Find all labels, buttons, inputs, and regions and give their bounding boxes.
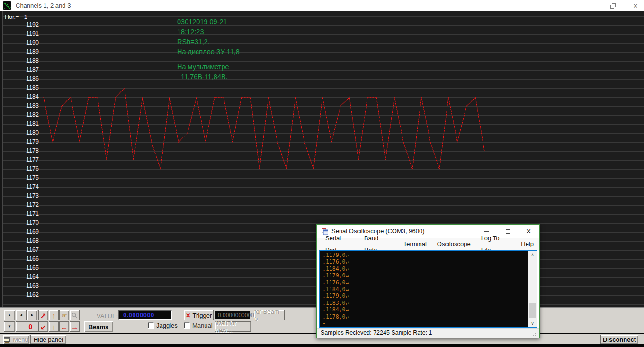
menu-button[interactable]: Menu bbox=[3, 335, 29, 344]
jaggies-checkbox[interactable] bbox=[148, 322, 154, 329]
scale-up-right-button[interactable]: ↗ bbox=[38, 310, 48, 320]
step-left-button[interactable]: ◄ bbox=[16, 310, 27, 320]
y-tick-label: 1179 bbox=[0, 138, 39, 146]
y-tick-label: 1173 bbox=[0, 192, 39, 200]
y-tick-label: 1190 bbox=[0, 39, 39, 47]
y-tick-label: 1167 bbox=[0, 247, 39, 254]
zoom-button[interactable] bbox=[70, 310, 80, 320]
minimize-button[interactable] bbox=[586, 0, 601, 11]
jaggies-label: Jaggies bbox=[156, 322, 178, 329]
scroll-down-button[interactable]: ∨ bbox=[528, 320, 537, 327]
y-tick-label: 1180 bbox=[0, 129, 39, 137]
hide-panel-button[interactable]: Hide panel bbox=[30, 335, 66, 344]
chevron-down-icon: ∨ bbox=[531, 321, 534, 326]
close-icon: ✕ bbox=[526, 228, 531, 235]
restore-button[interactable] bbox=[605, 0, 620, 11]
terminal-scrollbar[interactable]: ∧ ∨ bbox=[528, 251, 537, 327]
step-right-button[interactable]: ► bbox=[27, 310, 37, 320]
trigger-level-field[interactable]: 0.0000000000 bbox=[215, 311, 250, 319]
y-tick-label: 1162 bbox=[0, 292, 39, 299]
close-button[interactable]: ✕ bbox=[628, 0, 643, 11]
annotation-line: На мультиметре bbox=[177, 63, 240, 73]
terminal-line: .1179,0↵ bbox=[322, 292, 527, 299]
step-up-button[interactable]: ▲ bbox=[4, 310, 15, 320]
scrollbar-thumb[interactable] bbox=[529, 303, 536, 318]
minimize-icon bbox=[591, 6, 596, 6]
manual-label: Manual bbox=[192, 322, 213, 329]
for-beam-button[interactable]: for Beam 0 bbox=[254, 310, 285, 320]
value-label: VALUE: bbox=[97, 312, 118, 320]
y-tick-label: 1187 bbox=[0, 66, 39, 74]
annotation-line bbox=[177, 58, 240, 63]
scale-down-left-button[interactable]: ↙ bbox=[38, 321, 48, 332]
y-tick-label: 1181 bbox=[0, 120, 39, 128]
y-tick-label: 1183 bbox=[0, 102, 39, 110]
y-axis-labels: 1192119111901189118811871186118511841183… bbox=[0, 11, 39, 307]
y-tick-label: 1168 bbox=[0, 237, 39, 245]
right-arrow-icon: → bbox=[71, 323, 78, 330]
diagonal-up-arrow-icon: ↗ bbox=[40, 312, 46, 319]
annotation-line: На дисплее ЗУ 11,8 bbox=[177, 48, 240, 58]
pointer-mode-button[interactable]: ☞ bbox=[59, 310, 69, 320]
hand-pointer-icon: ☞ bbox=[62, 312, 67, 319]
magnifier-icon bbox=[72, 312, 78, 319]
y-tick-label: 1188 bbox=[0, 57, 39, 65]
up-arrow-icon: ↑ bbox=[52, 312, 56, 319]
y-tick-label: 1172 bbox=[0, 201, 39, 209]
scroll-up-button[interactable]: ∧ bbox=[528, 251, 537, 258]
trigger-label: Trigger bbox=[193, 312, 212, 319]
disconnect-button[interactable]: Disconnect bbox=[600, 335, 638, 344]
serial-menubar: Serial PortBaud RateTerminalOsciloscopeL… bbox=[317, 238, 539, 250]
resize-grip[interactable] bbox=[533, 331, 538, 337]
down-triangle-icon: ▼ bbox=[8, 325, 11, 329]
terminal-line: .1176,0↵ bbox=[322, 258, 527, 265]
manual-checkbox[interactable] bbox=[184, 322, 190, 329]
menu-label: Menu bbox=[13, 336, 28, 343]
terminal-line: .1184,0↵ bbox=[322, 306, 527, 313]
left-arrow-icon: ← bbox=[61, 323, 68, 330]
annotation-line: 18:12:23 bbox=[177, 28, 240, 38]
y-tick-label: 1169 bbox=[0, 228, 39, 236]
y-tick-label: 1189 bbox=[0, 48, 39, 56]
pan-left-button[interactable]: ← bbox=[59, 321, 69, 332]
menu-item-terminal[interactable]: Terminal bbox=[398, 238, 432, 250]
serial-close-button[interactable]: ✕ bbox=[518, 225, 539, 238]
y-tick-label: 1163 bbox=[0, 283, 39, 290]
terminal-line: .1179,0↵ bbox=[322, 252, 527, 258]
scale-up-button[interactable]: ↑ bbox=[49, 310, 59, 320]
main-window-title: Channels 1, 2 and 3 bbox=[16, 0, 71, 11]
close-icon: ✕ bbox=[633, 2, 638, 9]
menu-item-osciloscope[interactable]: Osciloscope bbox=[432, 238, 476, 250]
minimize-icon bbox=[484, 231, 489, 232]
right-triangle-icon: ► bbox=[30, 313, 34, 317]
y-tick-label: 1182 bbox=[0, 111, 39, 119]
terminal-output[interactable]: .1179,0↵.1176,0↵.1184,0↵.1179,0↵.1176,0↵… bbox=[319, 250, 537, 328]
desktop: Channels 1, 2 and 3 ✕ Hor.= 1 1192119111… bbox=[0, 0, 644, 347]
y-tick-label: 1166 bbox=[0, 256, 39, 263]
left-triangle-icon: ◄ bbox=[19, 313, 23, 317]
beams-button[interactable]: Beams bbox=[84, 321, 113, 332]
bottom-edge bbox=[0, 344, 644, 347]
annotation-line: 11,76В-11,84В. bbox=[177, 73, 240, 83]
y-tick-label: 1176 bbox=[0, 165, 39, 173]
annotation-line: RSh=31,2. bbox=[177, 38, 240, 48]
y-tick-label: 1164 bbox=[0, 274, 39, 281]
terminal-line: .1176,0↵ bbox=[322, 279, 527, 286]
chevron-up-icon: ∧ bbox=[531, 252, 534, 257]
scale-down-button[interactable]: ↓ bbox=[49, 321, 59, 332]
pan-right-button[interactable]: → bbox=[70, 321, 80, 332]
wait-for-next-button[interactable]: Wait for next... bbox=[215, 321, 251, 332]
y-tick-label: 1174 bbox=[0, 183, 39, 191]
terminal-line: .1184,0↵ bbox=[322, 265, 527, 272]
y-tick-label: 1171 bbox=[0, 210, 39, 218]
step-down-button[interactable]: ▼ bbox=[4, 321, 15, 332]
y-tick-label: 1170 bbox=[0, 219, 39, 227]
menu-item-help[interactable]: Help bbox=[516, 238, 539, 250]
serial-statusbar: Samples Recieved: 72245 Sample Rate: 1 bbox=[317, 328, 539, 338]
y-tick-label: 1185 bbox=[0, 84, 39, 92]
y-tick-label: 1178 bbox=[0, 147, 39, 155]
value-readout[interactable]: 0.0000000 bbox=[118, 310, 172, 320]
trigger-toggle-button[interactable]: ✕ Trigger bbox=[184, 310, 214, 320]
menu-grid-icon bbox=[4, 337, 11, 343]
terminal-line: .1178,0↵ bbox=[322, 313, 527, 320]
